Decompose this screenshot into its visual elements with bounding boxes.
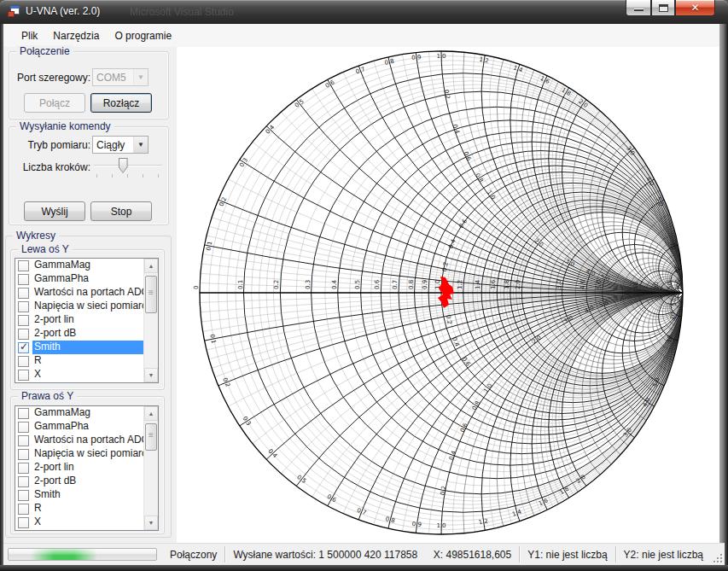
list-item[interactable]: Smith [15, 341, 143, 354]
checkbox[interactable] [18, 356, 29, 367]
list-item-label: R [32, 502, 143, 516]
svg-text:3.0: 3.0 [556, 280, 562, 289]
checkbox[interactable] [18, 315, 29, 326]
menu-item-o-programie[interactable]: O programie [107, 26, 179, 45]
list-item-label: Napięcia w sieci pomiarow [32, 300, 143, 313]
list-item[interactable]: GammaMag [15, 259, 143, 272]
svg-text:0.3: 0.3 [305, 280, 312, 289]
svg-text:0.3: 0.3 [242, 415, 253, 427]
list-item-label: GammaMag [32, 259, 143, 272]
maximize-button[interactable] [651, 0, 675, 16]
list-item-label: Smith [32, 341, 143, 354]
scroll-up-arrow[interactable]: ▲ [144, 259, 158, 273]
checkbox[interactable] [18, 342, 29, 353]
checkbox[interactable] [18, 408, 29, 419]
svg-text:1.4: 1.4 [475, 279, 481, 289]
list-item-label: GammaPha [32, 272, 143, 286]
minimize-button[interactable] [626, 0, 651, 16]
list-item[interactable]: X [15, 516, 143, 529]
list-item[interactable]: GammaPha [15, 420, 143, 434]
list-item[interactable]: Wartości na portach ADC [15, 434, 143, 447]
list-item[interactable]: 2-port dB [15, 475, 143, 488]
trackbar-thumb[interactable] [119, 158, 128, 173]
svg-text:0.2: 0.2 [441, 261, 450, 272]
list-item[interactable]: Wartości na portach ADC [15, 286, 143, 300]
list-item[interactable]: R [15, 502, 143, 516]
list-item[interactable]: 2-port lin [15, 313, 143, 327]
checkbox[interactable] [18, 260, 29, 271]
vertical-scrollbar[interactable]: ▲▼ [143, 406, 158, 530]
scrollbar-thumb[interactable] [145, 423, 157, 451]
menu-bar: PlikNarzędziaO programie [3, 24, 719, 47]
checkbox[interactable] [18, 435, 29, 446]
svg-text:10: 10 [632, 282, 639, 289]
scrollbar-thumb[interactable] [145, 276, 157, 313]
svg-text:0.1: 0.1 [237, 280, 244, 289]
list-item[interactable]: GammaMag [15, 406, 143, 420]
menu-item-plik[interactable]: Plik [14, 26, 45, 45]
resize-grip[interactable] [711, 551, 723, 563]
stop-button[interactable]: Stop [90, 201, 152, 221]
svg-text:0.2: 0.2 [221, 376, 231, 387]
svg-text:0.8: 0.8 [385, 516, 396, 524]
svg-text:1.0: 1.0 [436, 522, 446, 529]
svg-text:0.5: 0.5 [295, 474, 307, 485]
checkbox[interactable] [18, 504, 29, 515]
checkbox[interactable] [18, 476, 29, 487]
scroll-up-arrow[interactable]: ▲ [144, 406, 158, 421]
checkbox[interactable] [18, 517, 29, 528]
svg-text:0.2: 0.2 [273, 280, 280, 289]
list-item[interactable]: Napięcia w sieci pomiarow [15, 447, 143, 461]
right-axis-listbox[interactable]: GammaMagGammaPhaWartości na portach ADCN… [15, 405, 159, 531]
svg-text:0.2: 0.2 [440, 485, 448, 495]
svg-text:0: 0 [193, 286, 200, 289]
scroll-down-arrow[interactable]: ▼ [144, 516, 158, 530]
svg-text:0.9: 0.9 [422, 280, 428, 289]
checkbox[interactable] [18, 301, 29, 312]
svg-text:2.0: 2.0 [515, 280, 521, 289]
checkbox[interactable] [18, 329, 29, 340]
left-axis-listbox[interactable]: GammaMagGammaPhaWartości na portach ADCN… [15, 258, 159, 383]
svg-text:20: 20 [673, 265, 680, 274]
connect-button[interactable]: Połącz [24, 93, 85, 113]
vertical-scrollbar[interactable]: ▲▼ [143, 259, 158, 382]
list-item[interactable]: 2-port lin [15, 461, 143, 475]
checkbox[interactable] [18, 449, 29, 460]
disconnect-button[interactable]: Rozłącz [90, 93, 152, 113]
app-window: U-VNA (ver. 2.0) Microsoft Visual Studio… [0, 0, 728, 571]
menu-item-narzędzia[interactable]: Narzędzia [45, 26, 107, 45]
serial-port-combobox[interactable]: COM5 ▼ [92, 68, 149, 86]
list-item[interactable]: GammaPha [15, 272, 143, 286]
svg-text:0.2: 0.2 [443, 89, 451, 99]
connection-group-title: Połączenie [16, 45, 73, 57]
left-axis-title: Lewa oś Y [18, 243, 73, 255]
chevron-down-icon: ▼ [137, 141, 144, 149]
svg-text:2.0: 2.0 [533, 237, 545, 248]
steps-trackbar[interactable] [94, 157, 162, 181]
send-button[interactable]: Wyślij [24, 201, 85, 221]
background-window-title: Microsoft Visual Studio [130, 6, 234, 18]
scroll-down-arrow[interactable]: ▼ [144, 368, 158, 382]
list-item[interactable]: Smith [15, 488, 143, 502]
list-item[interactable]: X [15, 368, 143, 382]
measure-mode-combobox[interactable]: Ciągły ▼ [92, 136, 149, 154]
list-item-label: X [32, 516, 143, 529]
list-item[interactable]: R [15, 354, 143, 368]
checkbox[interactable] [18, 274, 29, 285]
svg-text:50: 50 [674, 279, 681, 287]
checkbox[interactable] [18, 288, 29, 299]
svg-text:0.6: 0.6 [374, 279, 381, 289]
close-button[interactable]: ✕ [675, 0, 715, 16]
checkbox[interactable] [18, 463, 29, 474]
list-item[interactable]: Napięcia w sieci pomiarow [15, 300, 143, 313]
steps-count-label: Liczba kroków: [12, 161, 90, 173]
list-item-label: Smith [32, 488, 143, 502]
list-item[interactable]: 2-port dB [15, 327, 143, 341]
checkbox[interactable] [18, 490, 29, 501]
svg-text:50: 50 [671, 298, 678, 306]
right-axis-title: Prawa oś Y [18, 390, 77, 402]
checkbox[interactable] [18, 370, 29, 381]
combo-arrow-zone: ▼ [133, 137, 148, 153]
svg-text:1.2: 1.2 [457, 280, 463, 289]
checkbox[interactable] [18, 422, 29, 433]
